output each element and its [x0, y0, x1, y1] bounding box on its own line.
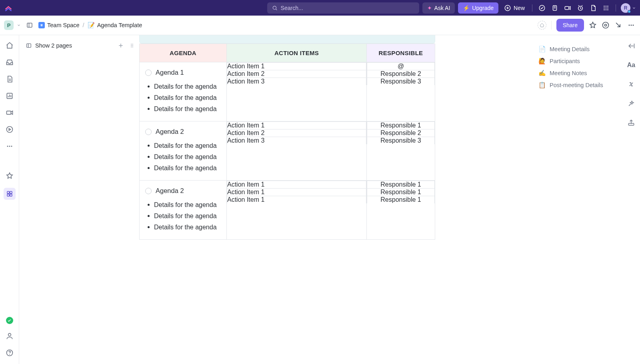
workspace-chip[interactable]: P — [4, 20, 14, 30]
plus-circle-icon — [504, 4, 511, 12]
col-header-agenda[interactable]: AGENDA — [140, 44, 227, 62]
responsible-cell[interactable]: Responsible 3 — [367, 137, 435, 145]
svg-point-42 — [8, 333, 11, 336]
action-item[interactable]: Action Item 3 — [227, 137, 366, 145]
collapse-rail-icon[interactable] — [627, 42, 636, 50]
responsible-cell[interactable]: Responsible 2 — [367, 70, 435, 78]
nav-clips[interactable] — [5, 108, 14, 117]
new-button[interactable]: New — [502, 4, 527, 12]
responsible-cell[interactable]: @ — [367, 63, 435, 70]
pages-header[interactable]: Show 2 pages — [26, 42, 136, 50]
add-tag-button[interactable] — [538, 21, 546, 30]
agenda-detail[interactable]: Details for the agen­da — [147, 141, 221, 151]
action-item[interactable]: Action Item 1 — [227, 196, 366, 204]
add-page-button[interactable] — [117, 42, 125, 50]
pages-drag-handle[interactable] — [128, 42, 136, 50]
agenda-table[interactable]: AGENDA ACTION ITEMS RESPONSIBLE Agenda 1… — [139, 44, 435, 240]
agenda-detail[interactable]: Details for the agen­da — [147, 104, 221, 114]
action-item[interactable]: Action Item 1 — [227, 122, 366, 129]
export-icon[interactable] — [614, 21, 622, 29]
callout-banner[interactable] — [139, 35, 435, 44]
chevron-down-icon[interactable] — [17, 23, 21, 27]
agenda-detail[interactable]: Details for the agen­da — [147, 82, 221, 91]
outline-item[interactable]: ✍️Meeting Notes — [538, 67, 622, 79]
document-outline: 📄Meeting Details🙋Participants✍️Meeting N… — [530, 35, 622, 364]
col-header-responsible[interactable]: RESPONSIBLE — [367, 44, 435, 62]
agenda-title[interactable]: Agenda 2 — [156, 128, 184, 135]
outline-item[interactable]: 📄Meeting Details — [538, 43, 622, 55]
sidebar-toggle[interactable] — [24, 20, 35, 31]
more-icon[interactable] — [627, 21, 635, 29]
outline-label: Meeting Details — [550, 46, 590, 52]
nav-dashboards[interactable] — [5, 91, 14, 101]
search-input[interactable]: Search... — [267, 2, 419, 14]
responsible-cell[interactable]: Responsible 1 — [367, 122, 435, 129]
action-item[interactable]: Action Item 2 — [227, 129, 366, 137]
nav-more[interactable] — [5, 141, 14, 151]
star-icon[interactable] — [589, 21, 597, 29]
share-rail-icon[interactable] — [627, 118, 636, 127]
action-item[interactable]: Action Item 2 — [227, 70, 366, 78]
breadcrumb-doc[interactable]: 📝 Agenda Template — [88, 22, 142, 29]
agenda-detail[interactable]: Details for the agen­da — [147, 200, 221, 210]
action-item[interactable]: Action Item 1 — [227, 181, 366, 189]
responsible-cell[interactable]: Responsible 2 — [367, 129, 435, 137]
comments-icon[interactable] — [602, 21, 610, 29]
svg-point-36 — [9, 146, 10, 147]
responsible-cell[interactable]: Responsible 1 — [367, 189, 435, 196]
responsible-cell[interactable]: Responsible 3 — [367, 78, 435, 86]
action-item[interactable]: Action Item 3 — [227, 78, 366, 86]
nav-timesheets[interactable] — [5, 125, 14, 134]
relations-icon[interactable] — [627, 80, 636, 89]
col-header-action-items[interactable]: ACTION ITEMS — [227, 44, 367, 62]
nav-home[interactable] — [5, 41, 14, 50]
upgrade-button[interactable]: ⚡ Upgrade — [458, 2, 498, 14]
svg-point-19 — [607, 9, 608, 10]
agenda-detail[interactable]: Details for the agen­da — [147, 152, 221, 162]
tasks-icon[interactable] — [537, 3, 547, 13]
user-avatar[interactable]: R — [621, 3, 630, 13]
breadcrumb-space[interactable]: Team Space — [38, 22, 80, 28]
apps-icon[interactable] — [601, 3, 611, 13]
nav-inbox[interactable] — [5, 58, 14, 67]
agenda-title[interactable]: Agenda 1 — [156, 69, 184, 76]
action-item[interactable]: Action Item 1 — [227, 63, 366, 70]
share-button[interactable]: Share — [556, 19, 584, 32]
svg-point-25 — [603, 22, 609, 28]
nav-spaces[interactable] — [4, 188, 16, 200]
docs-icon[interactable] — [588, 3, 598, 13]
agenda-radio[interactable] — [145, 70, 152, 76]
responsible-cell[interactable]: Responsible 1 — [367, 196, 435, 204]
reminder-icon[interactable] — [576, 3, 585, 13]
agenda-radio[interactable] — [145, 188, 152, 194]
workspace-initial: P — [7, 22, 11, 28]
record-icon[interactable] — [563, 3, 572, 13]
agenda-detail[interactable]: Details for the agen­da — [147, 211, 221, 221]
svg-rect-24 — [41, 25, 43, 26]
nav-favorites[interactable] — [5, 171, 14, 181]
nav-docs[interactable] — [5, 74, 14, 84]
table-row[interactable]: Agenda 2Details for the agen­daDetails f… — [140, 121, 435, 181]
app-logo[interactable] — [4, 4, 13, 12]
responsible-cell[interactable]: Responsible 1 — [367, 181, 435, 189]
table-row[interactable]: Agenda 1Details for the agen­daDetails f… — [140, 62, 435, 121]
agenda-title[interactable]: Agenda 2 — [156, 187, 184, 195]
outline-item[interactable]: 📋Post-meeting Details — [538, 79, 622, 91]
agenda-radio[interactable] — [145, 129, 152, 135]
outline-item[interactable]: 🙋Participants — [538, 55, 622, 67]
notepad-icon[interactable] — [550, 3, 560, 13]
ai-tools-icon[interactable] — [627, 99, 636, 108]
agenda-detail[interactable]: Details for the agen­da — [147, 223, 221, 232]
typography-icon[interactable]: Aa — [627, 61, 636, 70]
chevron-down-icon[interactable] — [632, 6, 636, 10]
nav-invite[interactable] — [5, 331, 14, 341]
nav-help[interactable] — [5, 348, 14, 358]
agenda-detail[interactable]: Details for the agen­da — [147, 163, 221, 173]
sync-status[interactable] — [6, 317, 13, 324]
ask-ai-button[interactable]: ✦ Ask AI — [422, 2, 455, 14]
agenda-detail[interactable]: Details for the agen­da — [147, 93, 221, 103]
svg-rect-39 — [10, 191, 12, 193]
table-row[interactable]: Agenda 2Details for the agen­daDetails f… — [140, 181, 435, 240]
action-item[interactable]: Action Item 1 — [227, 189, 366, 196]
svg-line-1 — [276, 9, 277, 10]
